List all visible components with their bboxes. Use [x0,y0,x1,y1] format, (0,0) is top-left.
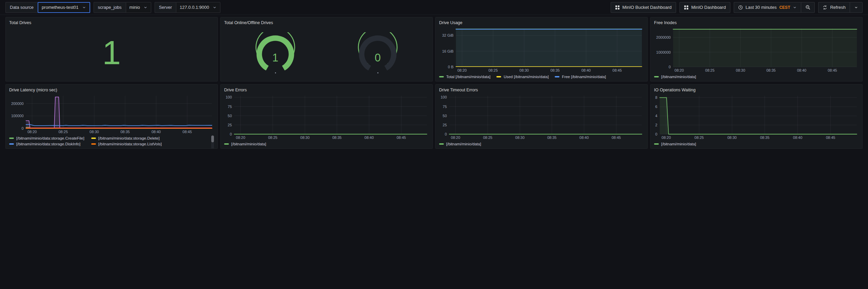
data-source-select[interactable]: prometheus-test01 [38,2,90,13]
svg-text:100: 100 [225,95,232,99]
legend-item[interactable]: [/bitnami/minio/data] [654,142,696,146]
chart-legend: [/bitnami/minio/data] [439,141,644,146]
svg-text:8: 8 [655,95,657,100]
chart-legend: [/bitnami/minio/data] [654,141,859,146]
legend-item-listvols[interactable]: [/bitnami/minio/data:storage.ListVols] [91,142,162,146]
svg-text:0: 0 [230,132,232,136]
legend-item[interactable]: [/bitnami/minio/data] [654,75,696,79]
gauge-online-drives[interactable]: 1 [252,32,299,73]
chevron-down-icon [143,5,147,10]
panel-title[interactable]: Drive Errors [224,86,429,94]
panel-title[interactable]: Free Inodes [654,19,859,26]
scrape-jobs-select[interactable]: minio [126,2,151,13]
drive-errors-chart[interactable]: 08:2008:2508:3008:3508:4008:451007550250 [224,94,429,141]
zoom-out-time-button[interactable] [801,2,815,13]
panel-title[interactable]: IO Operations Waiting [654,86,859,94]
panel-io-operations-waiting: IO Operations Waiting 08:2008:2508:3008:… [650,84,863,149]
svg-text:08:30: 08:30 [515,136,525,140]
legend-item[interactable]: [/bitnami/minio/data] [224,142,266,146]
template-variables: Data source prometheus-test01 scrape_job… [5,2,220,13]
svg-text:08:20: 08:20 [236,136,245,140]
chevron-down-icon [82,5,86,10]
panel-title[interactable]: Total Online/Offline Drives [224,19,429,26]
io-operations-waiting-chart[interactable]: 08:2008:2508:3008:3508:4008:4586420 [654,94,859,141]
panel-title[interactable]: Total Drives [9,19,214,26]
legend-label: [/bitnami/minio/data] [661,75,696,79]
legend-label: [/bitnami/minio/data:storage.ListVols] [98,142,162,146]
svg-text:100: 100 [440,95,447,99]
panel-drive-timeout-errors: Drive Timeout Errors 08:2008:2508:3008:3… [435,84,648,149]
drive-usage-chart[interactable]: 08:2008:2508:3008:3508:4008:4532 GiB16 G… [439,26,644,73]
refresh-interval-dropdown[interactable] [850,2,863,13]
svg-text:08:20: 08:20 [27,130,37,134]
svg-text:100000: 100000 [11,114,24,118]
chart-legend: [/bitnami/minio/data] [654,73,859,79]
legend-scrollbar-thumb[interactable] [211,136,214,142]
time-range-label: Last 30 minutes [746,5,777,10]
minio-dashboard-link[interactable]: MinIO Dashboard [679,2,730,13]
legend-item-delete[interactable]: [/bitnami/minio/data:storage.Delete] [91,136,162,140]
legend-label: [/bitnami/minio/data] [446,142,481,146]
legend-scrollbar[interactable] [211,136,214,149]
svg-text:08:25: 08:25 [489,68,498,72]
legend-swatch [496,76,501,77]
refresh-button[interactable]: Refresh [818,2,850,13]
variable-label: scrape_jobs [94,2,126,13]
time-range-picker[interactable]: Last 30 minutes CEST [734,2,801,13]
legend-item[interactable]: [/bitnami/minio/data] [439,142,481,146]
svg-text:25: 25 [228,123,232,127]
clock-icon [738,5,743,10]
svg-text:08:20: 08:20 [457,68,467,72]
panel-free-inodes: Free Inodes 08:2008:2508:3008:3508:4008:… [650,17,863,82]
minio-bucket-dashboard-link[interactable]: MinIO Bucket Dashboard [611,2,676,13]
svg-text:08:45: 08:45 [612,136,621,140]
panel-title[interactable]: Drive Latency (micro sec) [9,86,214,94]
legend-item-total[interactable]: Total [/bitnami/minio/data] [439,75,490,79]
gauge-label-dot [275,72,276,73]
gauge-offline-drives[interactable]: 0 [354,32,401,73]
data-source-value: prometheus-test01 [42,5,78,10]
svg-text:75: 75 [443,105,447,109]
svg-text:0: 0 [669,65,671,69]
chevron-down-icon [854,5,858,10]
legend-item-free[interactable]: Free [/bitnami/minio/data] [555,75,606,79]
legend-item-createfile[interactable]: [/bitnami/minio/data:storage.CreateFile] [9,136,84,140]
svg-text:0: 0 [445,132,447,136]
chevron-down-icon [793,5,797,10]
svg-text:08:40: 08:40 [793,136,803,140]
legend-swatch [9,138,14,139]
legend-swatch [439,76,444,77]
panel-title[interactable]: Drive Usage [439,19,644,26]
legend-label: Used [/bitnami/minio/data] [504,75,549,79]
drive-timeout-errors-chart[interactable]: 08:2008:2508:3008:3508:4008:451007550250 [439,94,644,141]
svg-text:16 GiB: 16 GiB [442,49,454,53]
free-inodes-chart[interactable]: 08:2008:2508:3008:3508:4008:452000000100… [654,26,859,73]
legend-label: [/bitnami/minio/data:storage.Delete] [98,136,160,140]
svg-text:08:20: 08:20 [662,136,671,140]
svg-text:08:40: 08:40 [581,68,591,72]
legend-label: [/bitnami/minio/data] [231,142,266,146]
panel-total-online-offline-drives: Total Online/Offline Drives 1 0 [220,17,433,82]
refresh-label: Refresh [830,5,846,10]
svg-text:08:30: 08:30 [727,136,737,140]
variable-label: Data source [5,2,38,13]
chart-legend: Total [/bitnami/minio/data] Used [/bitna… [439,73,644,79]
svg-text:08:25: 08:25 [483,136,493,140]
svg-text:50: 50 [228,114,232,118]
toolbar-actions: MinIO Bucket Dashboard MinIO Dashboard [611,2,863,13]
legend-item-diskinfo[interactable]: [/bitnami/minio/data:storage.DiskInfo] [9,142,84,146]
panel-drive-usage: Drive Usage 08:2008:2508:3008:3508:4008:… [435,17,648,82]
drive-latency-chart[interactable]: 08:2008:2508:3008:3508:4008:452000001000… [9,94,214,135]
legend-item-used[interactable]: Used [/bitnami/minio/data] [496,75,549,79]
legend-swatch [224,143,229,145]
svg-text:08:30: 08:30 [300,136,310,140]
legend-label: [/bitnami/minio/data] [661,142,696,146]
legend-swatch [654,143,659,145]
variable-label: Server [155,2,176,13]
svg-text:25: 25 [443,123,447,127]
panel-title[interactable]: Drive Timeout Errors [439,86,644,94]
server-select[interactable]: 127.0.0.1:9000 [176,2,220,13]
svg-text:0: 0 [21,126,23,130]
apps-icon [615,5,620,10]
svg-text:6: 6 [655,105,657,109]
